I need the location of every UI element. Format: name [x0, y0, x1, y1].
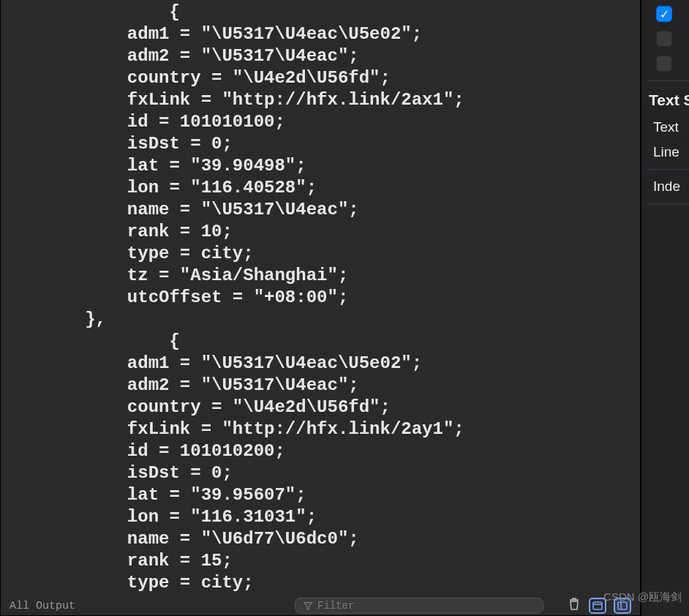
- svg-rect-0: [593, 602, 602, 609]
- output-selector-label[interactable]: All Output: [10, 600, 75, 612]
- editor-panel: { adm1 = "\U5317\U4eac\U5e02"; adm2 = "\…: [0, 0, 641, 616]
- filter-input[interactable]: Filter: [295, 598, 543, 614]
- checkbox-unchecked[interactable]: [656, 56, 672, 72]
- checkbox-row: [647, 31, 689, 47]
- checkbox-checked[interactable]: ✓: [656, 6, 672, 22]
- inspector-label: Text: [653, 119, 689, 135]
- filter-placeholder: Filter: [317, 600, 354, 612]
- trash-icon[interactable]: [567, 597, 581, 615]
- checkbox-row: [647, 56, 689, 72]
- divider: [647, 169, 689, 170]
- console-toolbar: All Output Filter: [1, 596, 640, 615]
- divider: [647, 203, 689, 204]
- watermark-text: CSDN @瓯海剑: [603, 590, 682, 604]
- checkbox-group: ✓: [647, 6, 689, 72]
- divider: [647, 80, 689, 81]
- checkbox-row: ✓: [647, 6, 689, 22]
- filter-icon: [303, 601, 313, 611]
- inspector-label: Inde: [653, 179, 689, 195]
- inspector-panel: ✓ Text Settings TextLineInde: [641, 0, 689, 616]
- checkbox-unchecked[interactable]: [656, 31, 672, 47]
- inspector-label: Line: [653, 144, 689, 160]
- section-title: Text Settings: [649, 91, 689, 109]
- console-output[interactable]: { adm1 = "\U5317\U4eac\U5e02"; adm2 = "\…: [1, 0, 640, 596]
